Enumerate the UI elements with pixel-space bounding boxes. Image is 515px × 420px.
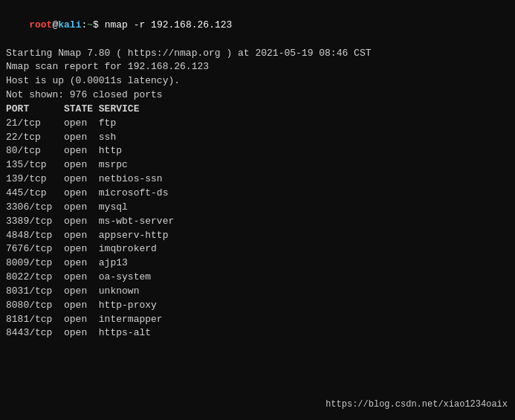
output-line-15: 8009/tcp open ajp13 [6,256,509,271]
output-header: PORT STATE SERVICE [6,103,509,117]
output-line-8: 135/tcp open msrpc [6,158,509,172]
terminal-window: root@kali:~$ nmap -r 192.168.26.123 Star… [0,0,515,420]
output-line-6: 22/tcp open ssh [6,131,509,145]
output-line-13: 4848/tcp open appserv-http [6,229,509,243]
output-line-5: 21/tcp open ftp [6,117,509,131]
output-line-7: 80/tcp open http [6,144,509,158]
output-line-0: Starting Nmap 7.80 ( https://nmap.org ) … [6,47,509,61]
output-line-9: 139/tcp open netbios-ssn [6,172,509,187]
output-line-12: 3389/tcp open ms-wbt-server [6,215,509,229]
output-line-11: 3306/tcp open mysql [6,201,509,215]
output-line-10: 445/tcp open microsoft-ds [6,187,509,201]
output-line-14: 7676/tcp open imqbrokerd [6,242,509,256]
output-line-17: 8031/tcp open unknown [6,285,509,299]
prompt-command: nmap -r 192.168.26.123 [105,19,233,30]
prompt-line: root@kali:~$ nmap -r 192.168.26.123 [6,4,509,47]
prompt-path: ~ [87,19,93,30]
prompt-user: root [29,19,52,30]
output-line-1: Nmap scan report for 192.168.26.123 [6,60,509,74]
output-line-16: 8022/tcp open oa-system [6,271,509,285]
output-line-18: 8080/tcp open http-proxy [6,299,509,313]
output-line-3: Not shown: 976 closed ports [6,88,509,103]
prompt-host: kali [58,19,81,30]
prompt-dollar: $ [93,19,105,30]
output-line-20: 8443/tcp open https-alt [6,326,509,340]
output-line-2: Host is up (0.00011s latency). [6,74,509,88]
output-line-19: 8181/tcp open intermapper [6,313,509,327]
watermark: https://blog.csdn.net/xiao1234oaix [325,399,508,410]
